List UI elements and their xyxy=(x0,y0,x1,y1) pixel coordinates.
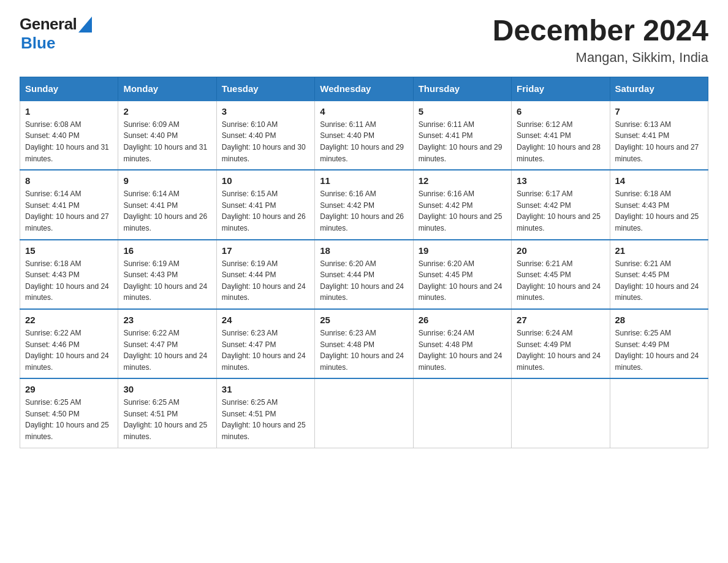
day-info: Sunrise: 6:25 AMSunset: 4:51 PMDaylight:… xyxy=(123,397,211,442)
day-info: Sunrise: 6:24 AMSunset: 4:49 PMDaylight:… xyxy=(517,327,604,373)
day-number: 8 xyxy=(25,175,113,186)
day-number: 30 xyxy=(123,384,211,394)
day-number: 22 xyxy=(25,315,113,325)
calendar-cell: 23Sunrise: 6:22 AMSunset: 4:47 PMDayligh… xyxy=(118,309,216,378)
calendar-cell: 24Sunrise: 6:23 AMSunset: 4:47 PMDayligh… xyxy=(216,309,314,378)
calendar-cell: 11Sunrise: 6:16 AMSunset: 4:42 PMDayligh… xyxy=(315,170,413,239)
calendar-cell xyxy=(610,378,708,448)
title-block: December 2024 Mangan, Sikkim, India xyxy=(493,15,708,66)
day-info: Sunrise: 6:19 AMSunset: 4:43 PMDaylight:… xyxy=(123,258,211,304)
day-number: 28 xyxy=(615,315,703,325)
page-header: General Blue December 2024 Mangan, Sikki… xyxy=(20,15,708,66)
calendar-cell: 15Sunrise: 6:18 AMSunset: 4:43 PMDayligh… xyxy=(20,240,118,309)
day-info: Sunrise: 6:08 AMSunset: 4:40 PMDaylight:… xyxy=(25,119,113,164)
calendar-body: 1Sunrise: 6:08 AMSunset: 4:40 PMDaylight… xyxy=(20,101,708,448)
location-title: Mangan, Sikkim, India xyxy=(493,50,708,66)
day-info: Sunrise: 6:10 AMSunset: 4:40 PMDaylight:… xyxy=(222,119,309,164)
calendar-cell: 13Sunrise: 6:17 AMSunset: 4:42 PMDayligh… xyxy=(512,170,610,239)
calendar-cell: 14Sunrise: 6:18 AMSunset: 4:43 PMDayligh… xyxy=(610,170,708,239)
logo-triangle-icon xyxy=(78,17,92,33)
calendar-cell: 31Sunrise: 6:25 AMSunset: 4:51 PMDayligh… xyxy=(216,378,314,448)
calendar-week-2: 8Sunrise: 6:14 AMSunset: 4:41 PMDaylight… xyxy=(20,170,708,239)
day-number: 3 xyxy=(222,106,309,117)
day-number: 9 xyxy=(123,175,211,186)
day-info: Sunrise: 6:25 AMSunset: 4:49 PMDaylight:… xyxy=(615,327,703,373)
day-info: Sunrise: 6:20 AMSunset: 4:45 PMDaylight:… xyxy=(419,258,506,304)
day-info: Sunrise: 6:16 AMSunset: 4:42 PMDaylight:… xyxy=(419,188,506,234)
calendar-cell: 5Sunrise: 6:11 AMSunset: 4:41 PMDaylight… xyxy=(413,101,511,170)
day-info: Sunrise: 6:14 AMSunset: 4:41 PMDaylight:… xyxy=(123,188,211,234)
calendar-cell: 10Sunrise: 6:15 AMSunset: 4:41 PMDayligh… xyxy=(216,170,314,239)
calendar-cell: 1Sunrise: 6:08 AMSunset: 4:40 PMDaylight… xyxy=(20,101,118,170)
day-number: 25 xyxy=(320,315,408,325)
day-number: 15 xyxy=(25,245,113,256)
header-row: SundayMondayTuesdayWednesdayThursdayFrid… xyxy=(20,77,708,101)
day-info: Sunrise: 6:18 AMSunset: 4:43 PMDaylight:… xyxy=(615,188,703,234)
day-number: 14 xyxy=(615,175,703,186)
calendar-cell: 8Sunrise: 6:14 AMSunset: 4:41 PMDaylight… xyxy=(20,170,118,239)
logo-blue-text: Blue xyxy=(21,34,55,52)
day-info: Sunrise: 6:15 AMSunset: 4:41 PMDaylight:… xyxy=(222,188,309,234)
day-info: Sunrise: 6:20 AMSunset: 4:44 PMDaylight:… xyxy=(320,258,408,304)
day-info: Sunrise: 6:24 AMSunset: 4:48 PMDaylight:… xyxy=(419,327,506,373)
day-info: Sunrise: 6:21 AMSunset: 4:45 PMDaylight:… xyxy=(517,258,604,304)
calendar-week-5: 29Sunrise: 6:25 AMSunset: 4:50 PMDayligh… xyxy=(20,378,708,448)
day-number: 7 xyxy=(615,106,703,117)
day-number: 4 xyxy=(320,106,408,117)
calendar-cell: 28Sunrise: 6:25 AMSunset: 4:49 PMDayligh… xyxy=(610,309,708,378)
day-number: 1 xyxy=(25,106,113,117)
calendar-cell: 22Sunrise: 6:22 AMSunset: 4:46 PMDayligh… xyxy=(20,309,118,378)
calendar-cell xyxy=(512,378,610,448)
calendar-cell: 21Sunrise: 6:21 AMSunset: 4:45 PMDayligh… xyxy=(610,240,708,309)
day-number: 26 xyxy=(419,315,506,325)
day-number: 12 xyxy=(419,175,506,186)
day-number: 2 xyxy=(123,106,211,117)
calendar-cell xyxy=(413,378,511,448)
calendar-cell: 4Sunrise: 6:11 AMSunset: 4:40 PMDaylight… xyxy=(315,101,413,170)
calendar-cell: 16Sunrise: 6:19 AMSunset: 4:43 PMDayligh… xyxy=(118,240,216,309)
header-cell-sunday: Sunday xyxy=(20,77,118,101)
day-number: 18 xyxy=(320,245,408,256)
header-cell-thursday: Thursday xyxy=(413,77,511,101)
calendar-cell: 20Sunrise: 6:21 AMSunset: 4:45 PMDayligh… xyxy=(512,240,610,309)
calendar-cell: 2Sunrise: 6:09 AMSunset: 4:40 PMDaylight… xyxy=(118,101,216,170)
day-number: 23 xyxy=(123,315,211,325)
day-number: 6 xyxy=(517,106,604,117)
day-info: Sunrise: 6:25 AMSunset: 4:50 PMDaylight:… xyxy=(25,397,113,442)
day-info: Sunrise: 6:11 AMSunset: 4:41 PMDaylight:… xyxy=(419,119,506,164)
day-info: Sunrise: 6:11 AMSunset: 4:40 PMDaylight:… xyxy=(320,119,408,164)
day-info: Sunrise: 6:17 AMSunset: 4:42 PMDaylight:… xyxy=(517,188,604,234)
header-cell-saturday: Saturday xyxy=(610,77,708,101)
calendar-week-4: 22Sunrise: 6:22 AMSunset: 4:46 PMDayligh… xyxy=(20,309,708,378)
day-number: 17 xyxy=(222,245,309,256)
header-cell-monday: Monday xyxy=(118,77,216,101)
day-info: Sunrise: 6:19 AMSunset: 4:44 PMDaylight:… xyxy=(222,258,309,304)
calendar-cell xyxy=(315,378,413,448)
calendar-header: SundayMondayTuesdayWednesdayThursdayFrid… xyxy=(20,77,708,101)
day-info: Sunrise: 6:13 AMSunset: 4:41 PMDaylight:… xyxy=(615,119,703,164)
calendar-cell: 9Sunrise: 6:14 AMSunset: 4:41 PMDaylight… xyxy=(118,170,216,239)
svg-marker-0 xyxy=(78,17,92,33)
day-number: 11 xyxy=(320,175,408,186)
logo: General Blue xyxy=(20,15,92,53)
day-info: Sunrise: 6:21 AMSunset: 4:45 PMDaylight:… xyxy=(615,258,703,304)
day-number: 5 xyxy=(419,106,506,117)
day-info: Sunrise: 6:12 AMSunset: 4:41 PMDaylight:… xyxy=(517,119,604,164)
header-cell-wednesday: Wednesday xyxy=(315,77,413,101)
calendar-cell: 27Sunrise: 6:24 AMSunset: 4:49 PMDayligh… xyxy=(512,309,610,378)
calendar-cell: 25Sunrise: 6:23 AMSunset: 4:48 PMDayligh… xyxy=(315,309,413,378)
day-info: Sunrise: 6:22 AMSunset: 4:46 PMDaylight:… xyxy=(25,327,113,373)
day-info: Sunrise: 6:14 AMSunset: 4:41 PMDaylight:… xyxy=(25,188,113,234)
day-info: Sunrise: 6:16 AMSunset: 4:42 PMDaylight:… xyxy=(320,188,408,234)
day-info: Sunrise: 6:22 AMSunset: 4:47 PMDaylight:… xyxy=(123,327,211,373)
calendar-cell: 26Sunrise: 6:24 AMSunset: 4:48 PMDayligh… xyxy=(413,309,511,378)
day-number: 13 xyxy=(517,175,604,186)
day-number: 20 xyxy=(517,245,604,256)
calendar-week-1: 1Sunrise: 6:08 AMSunset: 4:40 PMDaylight… xyxy=(20,101,708,170)
day-number: 31 xyxy=(222,384,309,394)
logo-general-text: General xyxy=(20,15,77,34)
calendar-cell: 30Sunrise: 6:25 AMSunset: 4:51 PMDayligh… xyxy=(118,378,216,448)
calendar-cell: 19Sunrise: 6:20 AMSunset: 4:45 PMDayligh… xyxy=(413,240,511,309)
calendar-cell: 3Sunrise: 6:10 AMSunset: 4:40 PMDaylight… xyxy=(216,101,314,170)
day-number: 16 xyxy=(123,245,211,256)
